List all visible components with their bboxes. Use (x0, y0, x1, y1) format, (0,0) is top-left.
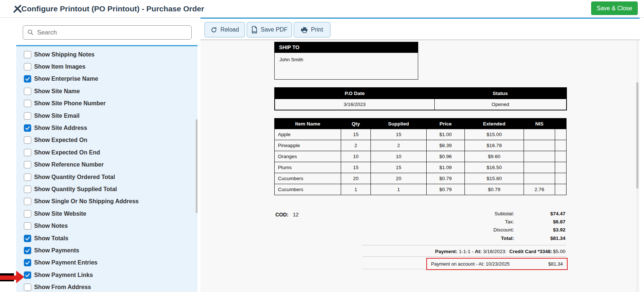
divider-line (362, 245, 566, 245)
checkbox-checked[interactable] (24, 124, 31, 132)
option-row-show-payment-links[interactable]: Show Payment Links (16, 269, 198, 281)
checkbox-checked[interactable] (24, 259, 31, 266)
option-label: Show Totals (34, 235, 68, 242)
option-label: Show Site Phone Number (34, 100, 106, 107)
checkbox-unchecked[interactable] (24, 198, 31, 205)
checkbox-unchecked[interactable] (24, 63, 31, 70)
item-row: Cucumbers11$0.79$0.792.76 (275, 184, 567, 195)
option-label: Show Payment Entries (34, 259, 98, 266)
checkbox-checked[interactable] (24, 75, 31, 83)
option-label: Show Site Email (34, 113, 80, 119)
option-label: Show Single Or No Shipping Address (34, 198, 139, 205)
option-label: Show Shipping Notes (34, 51, 94, 58)
payment-entry-segment: At: (475, 249, 482, 254)
payment-entry-text: Payment: 1-1-1 - At: 3/16/2023: Credit C… (435, 248, 552, 255)
option-row-show-payments[interactable]: Show Payments (16, 244, 198, 256)
search-input[interactable] (37, 29, 184, 36)
item-cell: 1 (371, 184, 427, 195)
item-cell (555, 184, 567, 195)
option-label: Show Payments (34, 247, 79, 254)
preview-scrollbar-thumb[interactable] (636, 82, 638, 189)
option-row-show-quantity-ordered-total[interactable]: Show Quantity Ordered Total (16, 171, 198, 183)
option-row-show-site-name[interactable]: Show Site Name (16, 85, 198, 97)
option-row-show-shipping-notes[interactable]: Show Shipping Notes (16, 48, 198, 61)
item-cell: 20 (341, 173, 371, 184)
save-pdf-button[interactable]: PDF Save PDF (247, 22, 292, 37)
items-column-header: Price (427, 118, 465, 129)
sidebar-scrollbar-thumb[interactable] (196, 119, 198, 213)
item-cell: $0.79 (427, 184, 465, 195)
option-row-show-from-address[interactable]: Show From Address (16, 281, 198, 292)
item-cell: $16.78 (465, 140, 524, 151)
option-row-show-reference-number[interactable]: Show Reference Number (16, 159, 198, 171)
option-row-show-expected-on-end[interactable]: Show Expected On End (16, 146, 198, 158)
option-row-show-totals[interactable]: Show Totals (16, 232, 198, 244)
item-cell: 15 (371, 129, 427, 140)
option-row-show-payment-entries[interactable]: Show Payment Entries (16, 257, 198, 269)
total-value: $74.47 (514, 211, 565, 216)
total-label: Discount: (421, 227, 514, 233)
option-row-show-enterprise-name[interactable]: Show Enterprise Name (16, 73, 198, 85)
option-row-show-quantity-supplied-total[interactable]: Show Quantity Supplied Total (16, 183, 198, 195)
pdf-file-icon: PDF (251, 26, 258, 33)
reload-button[interactable]: Reload (205, 22, 245, 37)
option-row-show-notes[interactable]: Show Notes (16, 220, 198, 232)
ship-to-recipient: John Smith (274, 53, 418, 80)
option-row-show-site-address[interactable]: Show Site Address (16, 122, 198, 134)
checkbox-unchecked[interactable] (24, 136, 31, 144)
option-label: Show Site Website (34, 211, 86, 217)
checkbox-unchecked[interactable] (24, 186, 31, 193)
checkbox-unchecked[interactable] (24, 112, 31, 120)
item-cell (524, 162, 555, 173)
divider-line (362, 256, 566, 257)
option-row-show-item-images[interactable]: Show Item Images (16, 61, 198, 73)
item-cell: $1.09 (427, 162, 465, 173)
checkbox-checked[interactable] (24, 247, 31, 254)
checkbox-checked[interactable] (24, 235, 31, 242)
items-header-row: Item NameQtySuppliedPriceExtendedNIS (275, 118, 567, 129)
divider-line (362, 269, 426, 269)
checkbox-unchecked[interactable] (24, 210, 31, 218)
option-row-show-site-email[interactable]: Show Site Email (16, 110, 198, 122)
page-title: Configure Printout (PO Printout) - Purch… (21, 0, 204, 17)
item-cell (555, 173, 567, 184)
option-row-show-single-or-no-shipping-address[interactable]: Show Single Or No Shipping Address (16, 196, 198, 208)
total-value: $6.87 (514, 219, 565, 225)
checkbox-unchecked[interactable] (24, 88, 31, 95)
printout-options-panel: Show Shipping NotesShow Item ImagesShow … (16, 45, 198, 292)
checkbox-checked[interactable] (24, 271, 31, 279)
option-row-show-site-website[interactable]: Show Site Website (16, 208, 198, 220)
total-label: Subtotal: (421, 211, 514, 216)
save-close-button[interactable]: Save & Close (591, 1, 638, 15)
item-cell: 2 (371, 140, 427, 151)
checkbox-unchecked[interactable] (24, 284, 31, 291)
item-cell: $15.00 (465, 129, 524, 140)
checkbox-unchecked[interactable] (24, 51, 31, 58)
item-cell: 2 (341, 140, 371, 151)
ship-to-box: SHIP TO John Smith (274, 42, 418, 80)
order-info-table: P.O Date Status 3/16/2023 Opened (274, 87, 567, 110)
search-box (23, 25, 192, 40)
status-value: Opened (434, 99, 567, 110)
checkbox-unchecked[interactable] (24, 100, 31, 107)
option-label: Show Notes (34, 223, 68, 229)
item-cell: Plums (275, 162, 341, 173)
item-cell: Pineapple (275, 140, 341, 151)
checkbox-unchecked[interactable] (24, 222, 31, 230)
item-cell (555, 140, 567, 151)
printout-preview: SHIP TO John Smith P.O Date Status 3/16/… (200, 40, 640, 292)
po-date-header: P.O Date (275, 88, 434, 99)
print-button[interactable]: Print (294, 22, 330, 37)
payment-entry-segment: Payment: (435, 249, 457, 254)
item-cell: 10 (341, 151, 371, 162)
item-cell (524, 140, 555, 151)
option-row-show-expected-on[interactable]: Show Expected On (16, 134, 198, 146)
checkbox-unchecked[interactable] (24, 174, 31, 181)
option-row-show-site-phone-number[interactable]: Show Site Phone Number (16, 98, 198, 110)
checkbox-unchecked[interactable] (24, 161, 31, 168)
option-label: Show Payment Links (34, 272, 93, 278)
checkbox-unchecked[interactable] (24, 149, 31, 156)
items-column-header: Qty (341, 118, 371, 129)
option-label: Show Item Images (34, 63, 86, 70)
item-row: Plums1515$1.09$16.50 (275, 162, 567, 173)
